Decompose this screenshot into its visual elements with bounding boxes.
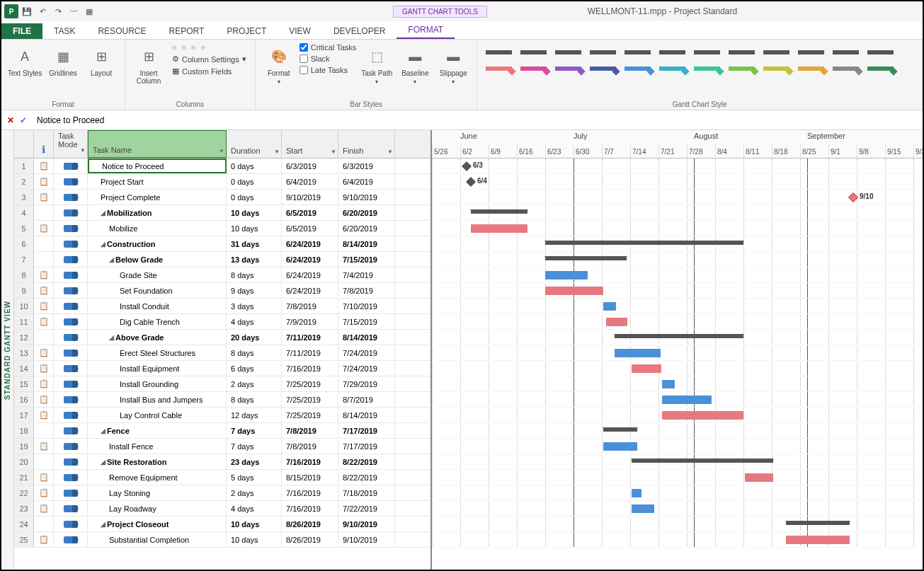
mode-cell[interactable] [54,392,88,407]
finish-cell[interactable]: 7/24/2019 [338,361,395,376]
gantt-row[interactable] [432,361,923,376]
finish-cell[interactable]: 7/22/2019 [338,501,395,516]
task-name-cell[interactable]: ◢Below Grade [88,252,227,267]
gantt-row[interactable] [432,267,923,283]
table-row[interactable]: 6◢Construction31 days6/24/20198/14/2019 [14,236,430,252]
start-cell[interactable]: 7/25/2019 [282,376,338,391]
task-name-cell[interactable]: Lay Control Cable [88,408,227,422]
finish-cell[interactable]: 6/4/2019 [338,174,395,189]
mode-cell[interactable] [54,174,88,189]
slippage-button[interactable]: ▬Slippage▾ [435,42,471,92]
task-name-cell[interactable]: Install Equipment [88,361,227,376]
task-name-cell[interactable]: Grade Site [88,267,227,282]
gantt-style-swatch[interactable] [587,42,619,78]
table-row[interactable]: 4◢Mobilization10 days6/5/20196/20/2019 [14,205,430,221]
duration-cell[interactable]: 20 days [227,330,282,345]
finish-cell[interactable]: 6/20/2019 [338,205,395,220]
duration-cell[interactable]: 0 days [227,174,282,189]
tab-resource[interactable]: RESOURCE [86,23,157,39]
gantt-row[interactable]: 9/10 [432,190,923,205]
row-number[interactable]: 5 [14,221,34,236]
activity-icon[interactable]: 〰 [67,4,81,18]
finish-cell[interactable]: 7/15/2019 [338,314,395,329]
gantt-style-swatch[interactable] [622,42,654,78]
duration-cell[interactable]: 2 days [227,376,282,391]
task-bar[interactable] [632,364,661,373]
row-number[interactable]: 18 [14,423,34,438]
info-cell[interactable] [34,392,54,407]
header-info[interactable]: ℹ [34,130,54,158]
mode-cell[interactable] [54,517,88,531]
duration-cell[interactable]: 31 days [227,236,282,251]
table-row[interactable]: 13Erect Steel Structures8 days7/11/20197… [14,345,430,361]
gantt-row[interactable] [432,330,923,345]
task-bar[interactable] [471,224,527,233]
task-bar[interactable] [786,536,850,544]
table-row[interactable]: 5Mobilize10 days6/5/20196/20/2019 [14,221,430,236]
task-bar[interactable] [632,504,654,513]
start-cell[interactable]: 7/16/2019 [282,485,338,500]
table-row[interactable]: 25Substantial Completion10 days8/26/2019… [14,532,430,548]
info-cell[interactable] [34,267,54,282]
mode-cell[interactable] [54,314,88,329]
duration-cell[interactable]: 8 days [227,267,282,282]
task-name-cell[interactable]: Set Foundation [88,283,227,298]
row-number[interactable]: 7 [14,252,34,267]
table-row[interactable]: 19Install Fence7 days7/8/20197/17/2019 [14,439,430,454]
gantt-row[interactable] [432,283,923,299]
task-bar[interactable] [603,302,616,311]
info-cell[interactable] [34,454,54,469]
row-number[interactable]: 12 [14,330,34,345]
duration-cell[interactable]: 10 days [227,205,282,220]
mode-cell[interactable] [54,532,88,547]
info-cell[interactable] [34,532,54,547]
gantt-style-swatch[interactable] [830,42,862,78]
column-settings-button[interactable]: ⚙ Column Settings ▾ [169,54,249,64]
formula-input[interactable] [33,114,917,127]
tab-task[interactable]: TASK [42,23,86,39]
finish-cell[interactable]: 7/17/2019 [338,423,395,438]
task-name-cell[interactable]: Erect Steel Structures [88,345,227,360]
row-number[interactable]: 25 [14,532,34,547]
table-row[interactable]: 20◢Site Restoration23 days7/16/20198/22/… [14,454,430,470]
start-cell[interactable]: 7/11/2019 [282,330,338,345]
start-cell[interactable]: 7/16/2019 [282,361,338,376]
row-number[interactable]: 15 [14,376,34,391]
info-cell[interactable] [34,190,54,204]
info-cell[interactable] [34,236,54,251]
task-bar[interactable] [603,442,637,451]
task-bar[interactable] [545,271,588,279]
gantt-row[interactable] [432,470,923,485]
gantt-row[interactable] [432,517,923,532]
mode-cell[interactable] [54,330,88,345]
late-tasks-check[interactable]: Late Tasks [300,65,357,75]
start-cell[interactable]: 6/5/2019 [282,221,338,236]
row-number[interactable]: 3 [14,190,34,204]
info-cell[interactable] [34,376,54,391]
finish-cell[interactable]: 9/10/2019 [338,517,395,531]
info-cell[interactable] [34,158,54,173]
duration-cell[interactable]: 9 days [227,283,282,298]
start-cell[interactable]: 7/9/2019 [282,314,338,329]
duration-cell[interactable]: 3 days [227,299,282,313]
custom-fields-button[interactable]: ▦ Custom Fields [169,66,249,76]
row-number[interactable]: 13 [14,345,34,360]
mode-cell[interactable] [54,236,88,251]
gantt-row[interactable] [432,485,923,501]
task-name-cell[interactable]: Install Bus and Jumpers [88,392,227,407]
duration-cell[interactable]: 8 days [227,345,282,360]
slack-check[interactable]: Slack [300,54,357,64]
gantt-row[interactable] [432,423,923,439]
table-row[interactable]: 3Project Complete0 days9/10/20199/10/201… [14,190,430,205]
header-taskmode[interactable]: Task Mode▼ [54,130,88,158]
gantt-chart[interactable]: JuneJulyAugustSeptember 5/266/26/96/166/… [432,130,923,570]
task-name-cell[interactable]: ◢Construction [88,236,227,251]
row-number[interactable]: 20 [14,454,34,469]
task-name-cell[interactable]: Mobilize [88,221,227,236]
start-cell[interactable]: 8/26/2019 [282,517,338,531]
tab-project[interactable]: PROJECT [215,23,278,39]
table-row[interactable]: 8Grade Site8 days6/24/20197/4/2019 [14,267,430,283]
gantt-style-swatch[interactable] [726,42,758,78]
row-number[interactable]: 10 [14,299,34,313]
undo-icon[interactable]: ↶ [35,4,50,18]
